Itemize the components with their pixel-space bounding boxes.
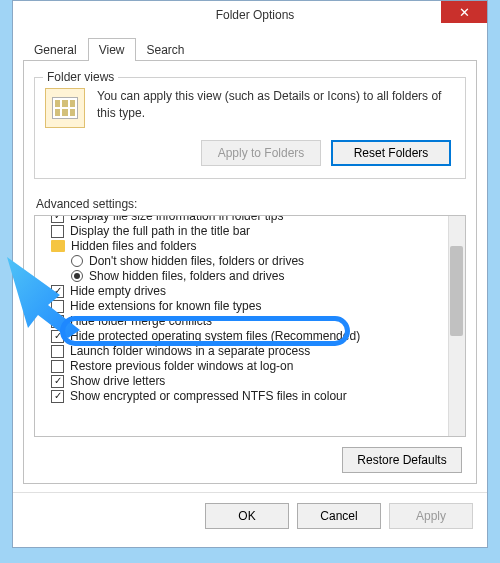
close-icon: ✕ bbox=[459, 5, 470, 20]
window-title: Folder Options bbox=[23, 8, 487, 22]
adv-item-label: Hide protected operating system files (R… bbox=[70, 329, 360, 343]
apply-to-folders-button: Apply to Folders bbox=[201, 140, 321, 166]
folder-views-text: You can apply this view (such as Details… bbox=[97, 88, 455, 122]
checkbox[interactable]: ✓ bbox=[51, 285, 64, 298]
adv-item-1[interactable]: Display the full path in the title bar bbox=[41, 224, 465, 238]
adv-item-label: Launch folder windows in a separate proc… bbox=[70, 344, 310, 358]
folder-options-dialog: Folder Options ✕ General View Search Fol… bbox=[12, 0, 488, 548]
close-button[interactable]: ✕ bbox=[441, 1, 487, 23]
adv-item-label: Hide empty drives bbox=[70, 284, 166, 298]
adv-item-3[interactable]: Don't show hidden files, folders or driv… bbox=[41, 254, 465, 268]
tabstrip: General View Search bbox=[23, 37, 477, 61]
checkbox[interactable]: ✓ bbox=[51, 375, 64, 388]
adv-item-label: Hide extensions for known file types bbox=[70, 299, 261, 313]
adv-item-label: Display the full path in the title bar bbox=[70, 224, 250, 238]
cancel-button[interactable]: Cancel bbox=[297, 503, 381, 529]
folder-views-icon bbox=[45, 88, 85, 128]
adv-item-9[interactable]: Launch folder windows in a separate proc… bbox=[41, 344, 465, 358]
adv-item-4[interactable]: Show hidden files, folders and drives bbox=[41, 269, 465, 283]
checkbox[interactable] bbox=[51, 300, 64, 313]
checkbox[interactable] bbox=[51, 360, 64, 373]
tab-general[interactable]: General bbox=[23, 38, 88, 61]
adv-item-12[interactable]: ✓Show encrypted or compressed NTFS files… bbox=[41, 389, 465, 403]
adv-item-label: Display file size information in folder … bbox=[70, 215, 283, 223]
ok-button[interactable]: OK bbox=[205, 503, 289, 529]
adv-item-label: Hide folder merge conflicts bbox=[70, 314, 212, 328]
adv-item-5[interactable]: ✓Hide empty drives bbox=[41, 284, 465, 298]
adv-item-label: Don't show hidden files, folders or driv… bbox=[89, 254, 304, 268]
tab-search[interactable]: Search bbox=[136, 38, 196, 61]
adv-item-10[interactable]: Restore previous folder windows at log-o… bbox=[41, 359, 465, 373]
folder-views-title: Folder views bbox=[43, 70, 118, 84]
checkbox[interactable]: ✓ bbox=[51, 390, 64, 403]
adv-item-11[interactable]: ✓Show drive letters bbox=[41, 374, 465, 388]
apply-button: Apply bbox=[389, 503, 473, 529]
checkbox[interactable] bbox=[51, 345, 64, 358]
advanced-settings-list[interactable]: ✓Display file size information in folder… bbox=[34, 215, 466, 437]
folder-icon bbox=[51, 240, 65, 252]
scrollbar-thumb[interactable] bbox=[450, 246, 463, 336]
adv-item-label: Hidden files and folders bbox=[71, 239, 196, 253]
adv-item-label: Show hidden files, folders and drives bbox=[89, 269, 284, 283]
adv-item-2: Hidden files and folders bbox=[41, 239, 465, 253]
radio[interactable] bbox=[71, 255, 83, 267]
titlebar: Folder Options ✕ bbox=[13, 1, 487, 29]
checkbox[interactable]: ✓ bbox=[51, 215, 64, 223]
adv-item-label: Restore previous folder windows at log-o… bbox=[70, 359, 293, 373]
adv-item-label: Show encrypted or compressed NTFS files … bbox=[70, 389, 347, 403]
checkbox[interactable]: ✓ bbox=[51, 330, 64, 343]
adv-item-8[interactable]: ✓Hide protected operating system files (… bbox=[41, 329, 465, 343]
folder-views-group: Folder views You can apply this view (su… bbox=[34, 77, 466, 179]
tab-panel-view: Folder views You can apply this view (su… bbox=[23, 61, 477, 484]
tab-view[interactable]: View bbox=[88, 38, 136, 61]
adv-item-7[interactable]: ✓Hide folder merge conflicts bbox=[41, 314, 465, 328]
advanced-settings-label: Advanced settings: bbox=[36, 197, 466, 211]
reset-folders-button[interactable]: Reset Folders bbox=[331, 140, 451, 166]
adv-item-6[interactable]: Hide extensions for known file types bbox=[41, 299, 465, 313]
checkbox[interactable]: ✓ bbox=[51, 315, 64, 328]
adv-item-0[interactable]: ✓Display file size information in folder… bbox=[41, 215, 465, 223]
scrollbar[interactable] bbox=[448, 216, 465, 436]
radio[interactable] bbox=[71, 270, 83, 282]
adv-item-label: Show drive letters bbox=[70, 374, 165, 388]
checkbox[interactable] bbox=[51, 225, 64, 238]
restore-defaults-button[interactable]: Restore Defaults bbox=[342, 447, 462, 473]
